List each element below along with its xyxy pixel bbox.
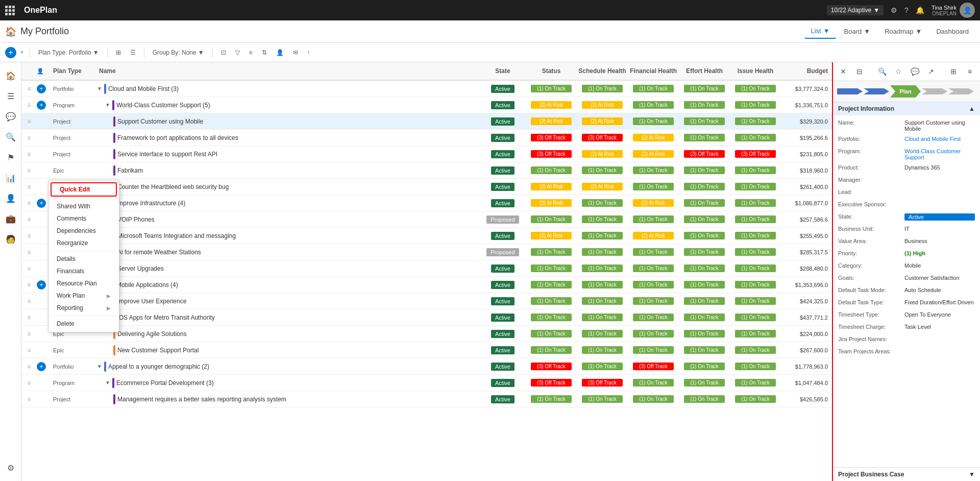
panel-search-icon[interactable]: 🔍 [876, 65, 888, 78]
export-button[interactable]: ↑ [304, 47, 313, 58]
columns-button[interactable]: ⊡ [218, 47, 229, 58]
row-drag-handle[interactable]: ≡ [21, 167, 37, 174]
plan-step-plan[interactable]: Plan [890, 85, 921, 98]
table-row[interactable]: ≡ + Program ▼ Improve Infrastructure (4)… [21, 195, 832, 211]
app-grid-icon[interactable] [5, 6, 15, 15]
table-row[interactable]: ≡ + Portfolio ▼ Cloud and Mobile First (… [21, 81, 832, 97]
table-row[interactable]: ≡ Epic Counter the Heartbleed web securi… [21, 179, 832, 195]
grid-view-button[interactable]: ⊞ [113, 47, 124, 58]
sidebar-menu-icon[interactable]: ☰ [2, 87, 20, 105]
sidebar-person2-icon[interactable]: 🧑 [2, 230, 20, 248]
row-drag-handle[interactable]: ≡ [21, 363, 37, 370]
table-row[interactable]: ≡ Epic Delivering Agile Solutions Active… [21, 326, 832, 342]
row-drag-handle[interactable]: ≡ [21, 151, 37, 158]
add-dropdown-arrow[interactable]: ▼ [19, 50, 24, 55]
panel-star-icon[interactable]: ☆ [892, 65, 904, 78]
sidebar-home-icon[interactable]: 🏠 [2, 66, 20, 85]
settings-icon[interactable]: ⚙ [891, 6, 897, 14]
plan-step-4[interactable] [922, 88, 947, 94]
row-drag-handle[interactable]: ≡ [21, 102, 37, 109]
row-drag-handle[interactable]: ≡ [21, 134, 37, 141]
table-row[interactable]: ≡ + Portfolio ▼ Appeal to a younger demo… [21, 358, 832, 375]
row-drag-handle[interactable]: ≡ [21, 379, 37, 387]
table-row[interactable]: ≡ + Program ▼ World-Class Customer Suppo… [21, 97, 832, 113]
table-row[interactable]: ≡ Project Support Customer using Mobile … [21, 113, 832, 130]
ctx-quick-edit[interactable]: Quick Edit [51, 182, 117, 197]
ctx-comments[interactable]: Comments [48, 212, 119, 225]
project-info-collapse[interactable]: ▲ [969, 105, 975, 112]
sidebar-search-icon[interactable]: 🔍 [2, 128, 20, 146]
row-add-btn[interactable]: + [37, 101, 49, 110]
row-drag-handle[interactable]: ≡ [21, 200, 37, 207]
table-row[interactable]: ≡ Project iOS Apps for Metro Transit Aut… [21, 309, 832, 326]
row-drag-handle[interactable]: ≡ [21, 347, 37, 354]
table-row[interactable]: ≡ Epic New Customer Support Portal Activ… [21, 342, 832, 358]
row-drag-handle[interactable]: ≡ [21, 216, 37, 223]
sidebar-settings-icon[interactable]: ⚙ [2, 459, 20, 477]
user-avatar[interactable]: 👤 [960, 3, 975, 18]
row-add-circle[interactable]: + [37, 84, 46, 93]
project-info-header[interactable]: Project Information ▲ [833, 102, 980, 115]
row-add-btn[interactable]: + [37, 84, 49, 93]
table-row[interactable]: ≡ Project Improve User Experience Active… [21, 293, 832, 309]
row-add-circle[interactable]: + [37, 362, 46, 371]
plan-step-2[interactable] [864, 88, 889, 94]
row-drag-handle[interactable]: ≡ [21, 265, 37, 272]
add-main-button[interactable]: + [5, 47, 16, 58]
table-row[interactable]: ≡ Program ▼ Ecommerce Portal Development… [21, 375, 832, 391]
link-value[interactable]: World-Class Customer Support [904, 148, 975, 160]
row-add-circle[interactable]: + [37, 199, 46, 208]
ctx-dependencies[interactable]: Dependencies [48, 225, 119, 237]
group-by-button[interactable]: Group By: None▼ [150, 47, 207, 58]
row-chevron[interactable]: ▼ [97, 86, 102, 91]
panel-menu-icon[interactable]: ≡ [964, 65, 976, 78]
row-drag-handle[interactable]: ≡ [21, 249, 37, 256]
row-drag-handle[interactable]: ≡ [21, 281, 37, 288]
table-row[interactable]: ≡ Project Framework to port applications… [21, 130, 832, 146]
filter-button[interactable]: ▽ [232, 47, 243, 58]
row-drag-handle[interactable]: ≡ [21, 232, 37, 239]
row-drag-handle[interactable]: ≡ [21, 183, 37, 190]
row-add-btn[interactable]: + [37, 362, 49, 371]
ctx-reporting[interactable]: Reporting ▶ [48, 302, 119, 314]
row-drag-handle[interactable]: ≡ [21, 298, 37, 305]
business-case-expand[interactable]: ▼ [969, 471, 975, 478]
sidebar-chat-icon[interactable]: 💬 [2, 107, 20, 126]
table-row[interactable]: ≡ Project Microsoft Teams Integration an… [21, 228, 832, 244]
adaptive-button[interactable]: 10/22 Adaptive ▼ [827, 5, 884, 15]
row-chevron[interactable]: ▼ [105, 380, 110, 386]
email-button[interactable]: ✉ [290, 47, 301, 58]
notifications-icon[interactable]: 🔔 [916, 6, 924, 14]
panel-expand-icon[interactable]: ⊟ [853, 65, 866, 78]
row-drag-handle[interactable]: ≡ [21, 85, 37, 92]
table-row[interactable]: ≡ Epic Fabrikam Active (1) On Track (1) … [21, 162, 832, 179]
row-drag-handle[interactable]: ≡ [21, 396, 37, 403]
ctx-financials[interactable]: Financials [48, 265, 119, 277]
ctx-shared-with[interactable]: Shared With [48, 200, 119, 212]
row-add-btn[interactable]: + [37, 199, 49, 208]
sort-button[interactable]: ≡ [246, 47, 256, 58]
panel-close-icon[interactable]: ✕ [837, 65, 849, 78]
panel-share-icon[interactable]: ↗ [925, 65, 937, 78]
row-drag-handle[interactable]: ≡ [21, 118, 37, 125]
row-add-circle[interactable]: + [37, 101, 46, 110]
ctx-work-plan[interactable]: Work Plan ▶ [48, 290, 119, 302]
panel-comment-icon[interactable]: 💬 [909, 65, 921, 78]
panel-grid-icon[interactable]: ⊞ [947, 65, 960, 78]
plan-step-1[interactable] [837, 88, 863, 94]
table-row[interactable]: ≡ Project Ai for remote Weather Stations… [21, 244, 832, 260]
expand-button[interactable]: ⇅ [259, 47, 270, 58]
row-drag-handle[interactable]: ≡ [21, 330, 37, 338]
sidebar-person-icon[interactable]: 👤 [2, 189, 20, 207]
sidebar-flag-icon[interactable]: ⚑ [2, 148, 20, 166]
plan-type-button[interactable]: Plan Type: Portfolio▼ [35, 47, 102, 58]
help-icon[interactable]: ? [904, 6, 909, 14]
tab-list[interactable]: List▼ [804, 24, 836, 39]
row-add-btn[interactable]: + [37, 280, 49, 290]
ctx-reorganize[interactable]: Reorganize [48, 237, 119, 249]
tab-roadmap[interactable]: Roadmap▼ [878, 25, 928, 38]
ctx-resource-plan[interactable]: Resource Plan [48, 277, 119, 290]
row-chevron[interactable]: ▼ [105, 102, 110, 108]
tab-dashboard[interactable]: Dashboard [930, 25, 975, 38]
row-chevron[interactable]: ▼ [97, 364, 102, 369]
